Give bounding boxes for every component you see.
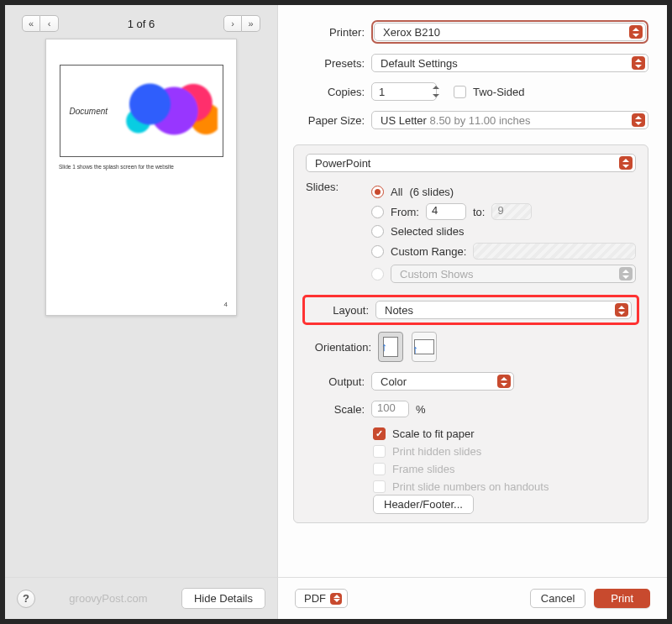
slide-title: Document — [66, 107, 121, 116]
two-sided-label: Two-Sided — [473, 86, 524, 98]
chk-hidden — [373, 445, 386, 458]
hide-details-button[interactable]: Hide Details — [181, 588, 265, 609]
chevron-updown-icon — [619, 267, 633, 281]
splash-art-icon — [121, 77, 218, 144]
custom-range-label: Custom Range: — [391, 245, 466, 258]
nav-prev-button[interactable]: ‹ — [40, 15, 59, 32]
scale-fit-label: Scale to fit paper — [392, 427, 475, 440]
output-select[interactable]: Color — [371, 372, 514, 391]
chevron-updown-icon — [629, 25, 643, 39]
custom-range-input[interactable] — [473, 243, 636, 260]
app-select[interactable]: PowerPoint — [306, 154, 636, 172]
slides-label: Slides: — [306, 181, 365, 288]
options-pane: Printer: Xerox B210 Presets: Default Set… — [278, 5, 667, 577]
presets-select[interactable]: Default Settings — [371, 54, 648, 72]
thumb-page-number: 4 — [224, 301, 228, 308]
to-input[interactable]: 9 — [491, 203, 532, 220]
radio-selected[interactable] — [371, 225, 384, 238]
radio-custom-range[interactable] — [371, 245, 384, 258]
app-options-panel: PowerPoint Slides: All (6 slides) From: — [293, 144, 648, 523]
all-count: (6 slides) — [409, 186, 454, 198]
chevron-updown-icon — [632, 56, 645, 70]
slide-notes: Slide 1 shows the splash screen for the … — [46, 164, 174, 170]
custom-shows-select: Custom Shows — [391, 265, 636, 283]
layout-select[interactable]: Notes — [375, 301, 632, 319]
to-label: to: — [473, 206, 485, 218]
two-sided-checkbox[interactable] — [454, 86, 466, 98]
radio-from[interactable] — [371, 206, 384, 218]
chevron-updown-icon — [497, 375, 511, 388]
radio-custom-shows — [371, 268, 384, 281]
chevron-updown-icon — [619, 156, 633, 170]
output-label: Output: — [306, 375, 365, 388]
nav-first-button[interactable]: « — [22, 15, 40, 32]
page-counter: 1 of 6 — [128, 18, 155, 30]
help-button[interactable]: ? — [17, 590, 35, 608]
scale-input[interactable]: 100 — [371, 401, 409, 417]
printer-label: Printer: — [293, 26, 365, 39]
preview-pane: « ‹ 1 of 6 › » Document Slide 1 shows th… — [5, 5, 278, 577]
chk-frame — [373, 463, 386, 475]
from-label: From: — [391, 206, 419, 218]
page-thumbnail: Document Slide 1 shows the splash screen… — [45, 39, 237, 316]
from-input[interactable]: 4 — [426, 203, 466, 220]
presets-label: Presets: — [293, 57, 365, 70]
chevron-updown-icon — [632, 113, 645, 127]
chevron-updown-icon — [615, 303, 628, 317]
orientation-landscape[interactable]: ↑ — [412, 332, 437, 362]
frame-slides-label: Frame slides — [392, 463, 454, 475]
chk-slide-numbers — [373, 480, 386, 493]
slide-numbers-label: Print slide numbers on handouts — [392, 480, 549, 493]
radio-all[interactable] — [371, 186, 384, 198]
pdf-menu-button[interactable]: PDF — [295, 589, 348, 608]
chk-scale-fit[interactable] — [373, 427, 386, 440]
scale-suffix: % — [416, 403, 426, 416]
chevron-down-icon — [330, 593, 342, 605]
orientation-label: Orientation: — [306, 341, 371, 354]
print-button[interactable]: Print — [594, 589, 650, 608]
selected-slides-label: Selected slides — [391, 225, 464, 238]
orientation-portrait[interactable]: ↑ — [378, 332, 403, 362]
cancel-button[interactable]: Cancel — [530, 589, 585, 608]
copies-label: Copies: — [293, 86, 365, 98]
copies-stepper[interactable] — [430, 83, 442, 100]
nav-last-button[interactable]: » — [242, 15, 260, 32]
paper-size-select[interactable]: US Letter 8.50 by 11.00 inches — [371, 111, 648, 129]
copies-input[interactable]: 1 — [371, 82, 437, 101]
brand-watermark: groovyPost.com — [69, 592, 147, 605]
header-footer-button[interactable]: Header/Footer... — [373, 495, 474, 514]
hidden-slides-label: Print hidden slides — [392, 445, 481, 458]
nav-next-button[interactable]: › — [223, 15, 242, 32]
all-label: All — [391, 186, 402, 198]
scale-label: Scale: — [306, 403, 365, 416]
layout-label: Layout: — [310, 304, 369, 317]
printer-select[interactable]: Xerox B210 — [374, 23, 646, 41]
paper-size-label: Paper Size: — [293, 114, 365, 127]
